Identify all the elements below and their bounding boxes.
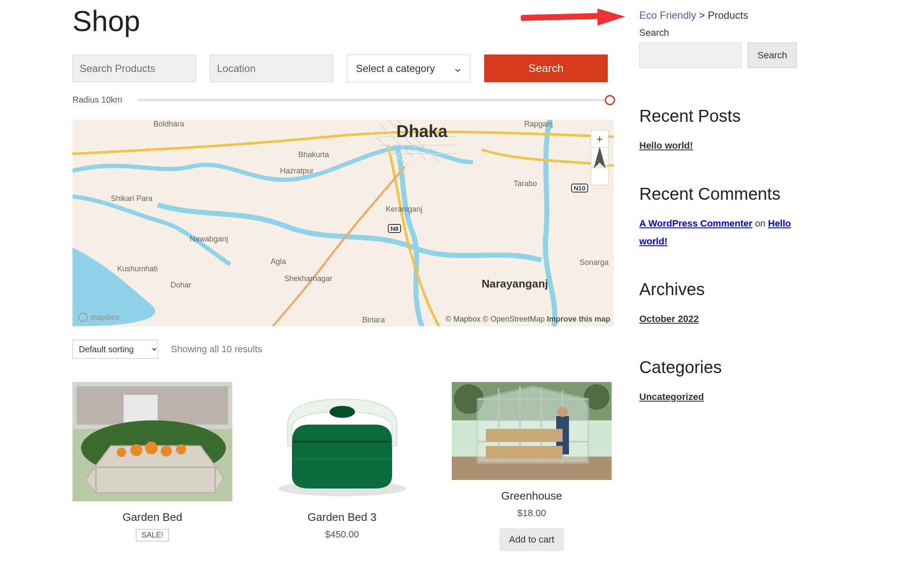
category-select[interactable]: Select a category xyxy=(347,55,471,82)
add-to-cart-button[interactable]: Add to cart xyxy=(500,528,563,551)
svg-rect-3 xyxy=(124,395,158,425)
svg-point-8 xyxy=(176,444,186,454)
svg-rect-27 xyxy=(486,446,563,459)
attrib-mapbox[interactable]: © Mapbox xyxy=(445,315,480,323)
attrib-osm[interactable]: © OpenStreetMap xyxy=(483,315,545,323)
map[interactable]: Dhaka Narayanganj Keraniganj Nawabganj T… xyxy=(72,120,614,326)
sidebar-search-input[interactable] xyxy=(639,43,742,68)
categories-heading: Categories xyxy=(639,358,797,377)
svg-point-7 xyxy=(161,445,172,457)
svg-rect-28 xyxy=(486,429,563,442)
svg-point-26 xyxy=(557,407,568,417)
archives-heading: Archives xyxy=(639,280,797,299)
sidebar-search-button[interactable]: Search xyxy=(748,43,797,68)
search-products-input[interactable] xyxy=(72,55,196,82)
results-bar: Default sorting Showing all 10 results xyxy=(72,340,614,359)
recent-posts-heading: Recent Posts xyxy=(639,106,797,126)
map-label-agla: Agla xyxy=(271,257,286,266)
mapbox-logo: mapbox xyxy=(78,313,120,322)
product-title: Garden Bed 3 xyxy=(308,511,377,524)
breadcrumb-separator: > xyxy=(696,9,707,21)
map-label-dhaka: Dhaka xyxy=(396,122,448,141)
product-price: $18.00 xyxy=(517,508,546,519)
sale-badge: SALE! xyxy=(136,529,169,541)
sidebar-search-row: Search xyxy=(639,43,797,68)
commenter-link[interactable]: A WordPress Commenter xyxy=(639,218,752,229)
radius-slider[interactable] xyxy=(137,99,614,101)
map-label-dohar: Dohar xyxy=(170,281,191,290)
location-input[interactable] xyxy=(210,55,333,82)
svg-point-5 xyxy=(130,444,142,456)
product-card[interactable]: Greenhouse $18.00 Add to cart xyxy=(452,382,612,551)
route-badge-n10: N10 xyxy=(571,184,588,193)
search-row: Select a category Search xyxy=(72,55,614,82)
map-label-rapganj: Rapganj xyxy=(524,120,553,129)
map-controls: + − xyxy=(591,130,609,185)
map-label-bhakurta: Bhakurta xyxy=(298,150,329,159)
map-attribution: © Mapbox © OpenStreetMap Improve this ma… xyxy=(445,315,610,324)
svg-point-12 xyxy=(329,406,355,418)
chevron-down-icon xyxy=(454,65,462,72)
on-word: on xyxy=(752,218,768,229)
radius-label: Radius 10km xyxy=(72,95,122,105)
route-badge-n8: N8 xyxy=(388,224,401,233)
reset-bearing-button[interactable] xyxy=(591,167,609,185)
product-grid: Garden Bed SALE! Garden Bed 3 xyxy=(72,382,614,551)
svg-point-6 xyxy=(145,442,158,454)
map-label-boldhara: Boldhara xyxy=(153,120,184,129)
search-button[interactable]: Search xyxy=(484,55,608,82)
product-image xyxy=(262,382,422,501)
mapbox-logo-text: mapbox xyxy=(90,313,120,322)
breadcrumb-current: Products xyxy=(708,9,748,21)
map-label-shekharnagar: Shekharnagar xyxy=(284,274,332,283)
product-image xyxy=(72,382,232,501)
category-link[interactable]: Uncategorized xyxy=(639,388,797,406)
breadcrumb: Eco Friendly > Products xyxy=(639,9,797,21)
results-count: Showing all 10 results xyxy=(171,344,262,355)
category-select-label: Select a category xyxy=(356,63,435,75)
page-title: Shop xyxy=(72,4,614,37)
map-label-birtara: Birtara xyxy=(362,316,385,325)
product-card[interactable]: Garden Bed 3 $450.00 xyxy=(262,382,422,551)
svg-point-9 xyxy=(117,448,126,457)
radius-slider-handle[interactable] xyxy=(605,95,615,105)
breadcrumb-root-link[interactable]: Eco Friendly xyxy=(639,9,696,21)
mapbox-circle-icon xyxy=(78,313,88,322)
map-label-hazratpur: Hazratpur xyxy=(280,167,314,175)
map-label-nawabganj: Nawabganj xyxy=(190,235,228,244)
product-price: $450.00 xyxy=(325,529,359,540)
map-label-tarabo: Tarabo xyxy=(514,179,537,188)
sort-select[interactable]: Default sorting xyxy=(72,340,158,359)
map-label-sonarga: Sonarga xyxy=(580,258,609,267)
map-label-keraniganj: Keraniganj xyxy=(386,205,422,214)
map-label-shikari-para: Shikari Para xyxy=(111,194,153,203)
product-image xyxy=(452,382,612,480)
attrib-improve[interactable]: Improve this map xyxy=(547,315,610,323)
product-title: Greenhouse xyxy=(501,489,562,503)
recent-comments-heading: Recent Comments xyxy=(639,184,797,204)
map-label-kushumhati: Kushumhati xyxy=(117,264,158,273)
recent-comment-line: A WordPress Commenter on Hello world! xyxy=(639,215,797,250)
map-label-narayanganj: Narayanganj xyxy=(482,277,548,290)
product-card[interactable]: Garden Bed SALE! xyxy=(72,382,232,551)
sidebar-search-label: Search xyxy=(639,27,797,38)
radius-row: Radius 10km xyxy=(72,95,614,105)
product-title: Garden Bed xyxy=(122,511,182,524)
archive-link[interactable]: October 2022 xyxy=(639,310,797,328)
recent-post-link[interactable]: Hello world! xyxy=(639,137,797,155)
